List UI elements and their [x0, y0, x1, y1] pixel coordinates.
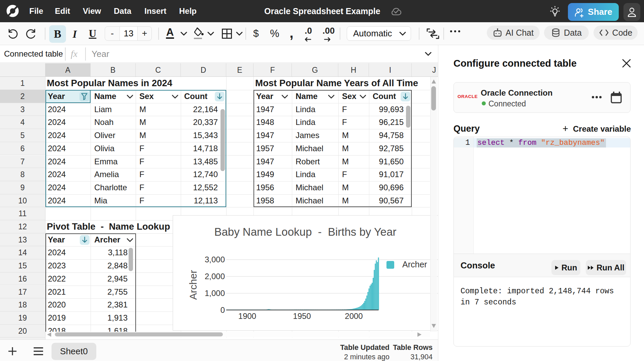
svg-text:1900: 1900	[238, 311, 256, 321]
svg-text:2000: 2000	[345, 311, 363, 321]
svg-text:0: 0	[221, 305, 225, 315]
svg-text:1950: 1950	[293, 311, 311, 321]
svg-text:1,000: 1,000	[205, 289, 225, 298]
svg-text:Baby Name Lookup - Births by: Baby Name Lookup - Births by Year	[214, 226, 396, 238]
svg-text:3,000: 3,000	[205, 255, 225, 264]
svg-text:Archer: Archer	[402, 260, 427, 269]
svg-text:Archer: Archer	[188, 270, 199, 300]
svg-text:2,000: 2,000	[205, 272, 225, 281]
